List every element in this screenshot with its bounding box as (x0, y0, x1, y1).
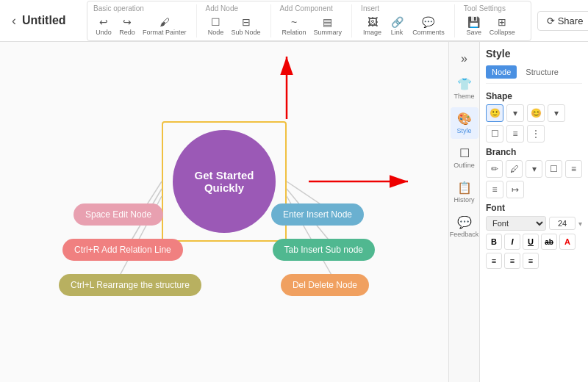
shape-icons-row: 🙂 ▾ 😊 ▾ (486, 104, 582, 122)
node-del-delete[interactable]: Del Delete Node (281, 274, 369, 296)
undo-icon: ↩ (96, 15, 112, 29)
node-tab-insert[interactable]: Tab Insert Sub node (273, 239, 375, 261)
toolbar-group-add-component: Add Component~Relation▤Summary (280, 4, 353, 37)
toolbar-group-label: Add Node (206, 4, 238, 12)
toolbar-item-relation[interactable]: ~Relation (280, 14, 309, 37)
branch-pen-btn[interactable]: ✏ (486, 160, 503, 178)
shape-drop-btn[interactable]: ▾ (506, 104, 524, 122)
save-icon: 💾 (466, 15, 482, 29)
shape-type-row: ☐ ≡ ⋮ (486, 125, 582, 143)
toolbar: Basic operation↩Undo↪Redo🖌Format Painter… (87, 1, 531, 41)
toolbar-item-link[interactable]: 🔗Link (387, 14, 407, 37)
shape-rect-btn[interactable]: ☐ (486, 125, 503, 143)
shape-drop2-btn[interactable]: ▾ (548, 104, 565, 122)
toolbar-item-collapse[interactable]: ⊞Collapse (487, 14, 517, 37)
toolbar-item-label: Save (466, 29, 481, 36)
branch-rect-btn[interactable]: ☐ (545, 160, 562, 178)
toolbar-item-label: Format Painter (143, 29, 187, 36)
align-right-btn[interactable]: ≡ (523, 253, 539, 269)
font-size-input[interactable] (549, 217, 576, 230)
redo-icon: ↪ (119, 15, 135, 29)
italic-button[interactable]: I (504, 234, 520, 250)
branch-indent-btn[interactable]: ↦ (506, 181, 524, 198)
branch-dash-btn[interactable]: ≡ (486, 181, 503, 198)
node-space-edit[interactable]: Space Edit Node (74, 203, 163, 226)
sidebar-item-expand[interactable]: » (451, 48, 478, 70)
tab-structure[interactable]: Structure (520, 65, 564, 79)
toolbar-item-save[interactable]: 💾Save (464, 14, 484, 37)
back-button[interactable]: ‹ (6, 10, 22, 32)
branch-color-btn[interactable]: 🖊 (506, 160, 523, 178)
toolbar-item-node[interactable]: ☐Node (206, 14, 226, 37)
toolbar-item-summary[interactable]: ▤Summary (312, 14, 345, 37)
node-ctrl-r[interactable]: Ctrl+R Add Relation Line (62, 239, 183, 261)
font-row: Font ▾ (486, 216, 582, 231)
collapse-icon: ⊞ (494, 15, 510, 29)
toolbar-item-image[interactable]: 🖼Image (361, 14, 384, 37)
panel-title: Style (486, 48, 582, 60)
sidebar-item-feedback[interactable]: 💬 Feedback (451, 211, 478, 242)
shape-face2-btn[interactable]: 😊 (527, 104, 545, 122)
right-panel: » 👕 Theme 🎨 Style ☐ Outline 📋 History 💬 … (448, 42, 588, 382)
panel-content: Style Node Structure Shape 🙂 ▾ 😊 ▾ ☐ ≡ ⋮… (480, 42, 588, 382)
toolbar-item-undo[interactable]: ↩Undo (93, 14, 114, 37)
toolbar-item-label: Summary (314, 29, 343, 36)
panel-sidebar: » 👕 Theme 🎨 Style ☐ Outline 📋 History 💬 … (449, 42, 480, 382)
branch-section-title: Branch (486, 147, 582, 157)
branch-drop-btn[interactable]: ▾ (526, 160, 542, 178)
shape-lines2-btn[interactable]: ⋮ (527, 125, 545, 143)
sidebar-item-outline[interactable]: ☐ Outline (451, 142, 478, 173)
toolbar-item-label: Collapse (490, 29, 515, 36)
sidebar-item-style[interactable]: 🎨 Style (451, 107, 478, 139)
header: ‹ Untitled Basic operation↩Undo↪Redo🖌For… (0, 0, 588, 42)
toolbar-item-redo[interactable]: ↪Redo (117, 14, 137, 37)
center-node[interactable]: Get StartedQuickly (173, 130, 276, 233)
summary-icon: ▤ (320, 15, 336, 29)
node-ctrl-l[interactable]: Ctrl+L Rearrange the structure (59, 274, 201, 296)
toolbar-item-sub-node[interactable]: ⊟Sub Node (229, 14, 263, 37)
tab-node[interactable]: Node (486, 65, 517, 79)
canvas[interactable]: Get StartedQuickly Space Edit Node Ctrl+… (0, 42, 448, 382)
toolbar-group-insert: Insert🖼Image🔗Link💬Comments (361, 4, 455, 37)
page-title: Untitled (22, 14, 81, 27)
format-painter-icon: 🖌 (157, 15, 173, 29)
toolbar-item-label: Comments (412, 29, 445, 36)
history-icon: 📋 (457, 181, 472, 195)
strikethrough-button[interactable]: ab (541, 234, 557, 250)
branch-lines-btn[interactable]: ≡ (565, 160, 582, 178)
align-center-btn[interactable]: ≡ (504, 253, 520, 269)
link-icon: 🔗 (389, 15, 405, 29)
branch-icons-row2: ≡ ↦ (486, 181, 582, 198)
node-enter-insert[interactable]: Enter Insert Node (271, 203, 364, 226)
node-icon: ☐ (208, 15, 224, 29)
font-select[interactable]: Font (486, 216, 546, 231)
relation-icon: ~ (286, 15, 302, 29)
font-color-button[interactable]: A (559, 234, 576, 250)
shape-section-title: Shape (486, 91, 582, 101)
sidebar-item-theme[interactable]: 👕 Theme (451, 73, 478, 104)
toolbar-group-basic-operation: Basic operation↩Undo↪Redo🖌Format Painter (93, 4, 197, 37)
sidebar-item-history[interactable]: 📋 History (451, 176, 478, 208)
toolbar-item-label: Link (391, 29, 404, 36)
toolbar-item-label: Image (363, 29, 381, 36)
underline-button[interactable]: U (523, 234, 539, 250)
branch-icons-row1: ✏ 🖊 ▾ ☐ ≡ (486, 160, 582, 178)
main-area: Get StartedQuickly Space Edit Node Ctrl+… (0, 42, 588, 382)
share-button[interactable]: ⟳ Share (537, 11, 588, 31)
toolbar-item-label: Undo (96, 29, 112, 36)
toolbar-item-label: Sub Node (232, 29, 261, 36)
feedback-icon: 💬 (457, 215, 472, 229)
toolbar-item-format-painter[interactable]: 🖌Format Painter (140, 14, 189, 37)
image-icon: 🖼 (365, 15, 381, 29)
shape-face-btn[interactable]: 🙂 (486, 104, 503, 122)
toolbar-item-label: Relation (282, 29, 306, 36)
bold-button[interactable]: B (486, 234, 502, 250)
theme-icon: 👕 (457, 77, 472, 91)
shape-lines-btn[interactable]: ≡ (506, 125, 524, 143)
font-style-row: B I U ab A (486, 234, 582, 250)
font-size-arrow: ▾ (578, 220, 582, 228)
align-row: ≡ ≡ ≡ (486, 253, 582, 269)
align-left-btn[interactable]: ≡ (486, 253, 502, 269)
toolbar-item-comments[interactable]: 💬Comments (410, 14, 447, 37)
toolbar-group-add-node: Add Node☐Node⊟Sub Node (206, 4, 271, 37)
